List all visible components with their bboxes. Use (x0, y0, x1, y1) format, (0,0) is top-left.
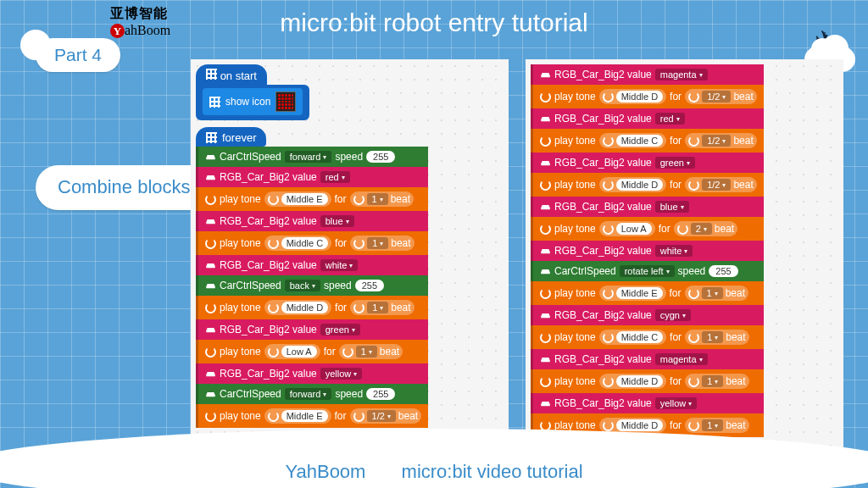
color-dropdown[interactable]: white (320, 259, 359, 271)
beat-pill[interactable]: 1 beat (685, 286, 748, 301)
beat-pill[interactable]: 1 beat (350, 191, 414, 207)
carctrl-block[interactable]: CarCtrlSpeed forward speed 255 (196, 147, 428, 167)
color-dropdown[interactable]: yellow (655, 397, 698, 409)
color-dropdown[interactable]: green (320, 324, 360, 336)
note-pill[interactable]: Middle E (264, 191, 331, 207)
direction-dropdown[interactable]: rotate left (620, 265, 675, 277)
loop-icon (603, 180, 614, 191)
playtone-block[interactable]: play tone Middle E for 1 beat (196, 187, 428, 211)
color-dropdown[interactable]: red (320, 171, 350, 183)
beat-pill[interactable]: 1/2 beat (350, 408, 422, 424)
rgb-block[interactable]: RGB_Car_Big2 value green (196, 319, 428, 340)
note-pill[interactable]: Low A (599, 221, 655, 236)
on-start-hat[interactable]: on start (196, 64, 267, 85)
loop-icon (268, 238, 279, 249)
playtone-block[interactable]: play tone Middle C for 1 beat (531, 325, 764, 349)
rgb-block[interactable]: RGB_Car_Big2 value green (531, 152, 764, 173)
carctrl-block[interactable]: CarCtrlSpeed forward speed 255 (196, 384, 428, 404)
music-icon (540, 180, 551, 191)
note-pill[interactable]: Middle D (599, 177, 666, 192)
playtone-block[interactable]: play tone Middle E for 1 beat (531, 281, 764, 305)
beat-pill[interactable]: 1/2 beat (685, 89, 757, 104)
loop-icon (677, 224, 688, 235)
speed-input[interactable]: 255 (709, 265, 737, 277)
car-icon (540, 158, 551, 169)
loop-icon (603, 332, 614, 343)
logo-en: YahBoom (110, 23, 170, 38)
playtone-block[interactable]: play tone Middle D for 1 beat (196, 296, 428, 319)
color-dropdown[interactable]: magenta (655, 69, 708, 80)
playtone-block[interactable]: play tone Low A for 2 beat (531, 217, 764, 241)
note-pill[interactable]: Middle D (599, 374, 666, 389)
speed-input[interactable]: 255 (355, 280, 384, 291)
beat-pill[interactable]: 1/2 beat (685, 177, 757, 192)
rgb-block[interactable]: RGB_Car_Big2 value red (196, 167, 428, 187)
combine-blocks-label: Combine blocks (36, 165, 213, 210)
note-pill[interactable]: Middle C (599, 133, 666, 148)
direction-dropdown[interactable]: back (285, 280, 320, 291)
show-icon-block[interactable]: show icon (203, 88, 303, 115)
speed-input[interactable]: 255 (366, 151, 395, 163)
note-pill[interactable]: Middle C (264, 236, 331, 251)
color-dropdown[interactable]: magenta (655, 353, 708, 365)
car-icon (205, 216, 216, 227)
rgb-block[interactable]: RGB_Car_Big2 value blue (531, 197, 764, 217)
color-dropdown[interactable]: green (655, 157, 695, 169)
speed-input[interactable]: 255 (366, 388, 395, 400)
direction-dropdown[interactable]: forward (285, 151, 332, 163)
logo-cn: 亚博智能 (110, 5, 170, 23)
car-icon (540, 69, 551, 80)
note-pill[interactable]: Middle D (599, 89, 666, 104)
note-pill[interactable]: Middle C (599, 330, 666, 345)
beat-pill[interactable]: 1 beat (685, 418, 748, 433)
rgb-block[interactable]: RGB_Car_Big2 value cygn (531, 305, 764, 325)
loop-icon (688, 136, 699, 147)
playtone-block[interactable]: play tone Middle D for 1/2 beat (531, 173, 764, 197)
car-icon (540, 398, 551, 409)
color-dropdown[interactable]: red (655, 113, 685, 125)
beat-pill[interactable]: 1/2 beat (685, 133, 757, 148)
beat-pill[interactable]: 1 beat (350, 236, 414, 251)
forever-hat[interactable]: forever (196, 127, 266, 147)
rgb-block[interactable]: RGB_Car_Big2 value white (196, 255, 428, 275)
music-icon (540, 136, 551, 147)
rgb-block[interactable]: RGB_Car_Big2 value yellow (196, 363, 428, 384)
color-dropdown[interactable]: yellow (320, 368, 363, 380)
playtone-block[interactable]: play tone Low A for 1 beat (196, 340, 428, 363)
color-dropdown[interactable]: cygn (655, 309, 691, 321)
playtone-block[interactable]: play tone Middle C for 1/2 beat (531, 129, 764, 152)
note-pill[interactable]: Low A (264, 344, 320, 359)
beat-pill[interactable]: 2 beat (674, 221, 737, 236)
color-dropdown[interactable]: blue (655, 201, 689, 213)
direction-dropdown[interactable]: forward (285, 388, 332, 400)
playtone-block[interactable]: play tone Middle D for 1 beat (531, 369, 764, 393)
beat-pill[interactable]: 1 beat (339, 344, 403, 359)
note-pill[interactable]: Middle E (599, 286, 666, 301)
music-icon (540, 92, 551, 103)
music-icon (540, 224, 551, 235)
color-dropdown[interactable]: blue (320, 215, 354, 227)
beat-pill[interactable]: 1 beat (350, 300, 414, 315)
beat-pill[interactable]: 1 beat (685, 330, 748, 345)
note-pill[interactable]: Middle E (264, 408, 331, 424)
rgb-block[interactable]: RGB_Car_Big2 value red (531, 108, 764, 129)
rgb-block[interactable]: RGB_Car_Big2 value blue (196, 211, 428, 231)
loop-icon (603, 92, 614, 103)
right-column: RGB_Car_Big2 value magenta play tone Mid… (526, 59, 843, 449)
rgb-block[interactable]: RGB_Car_Big2 value magenta (531, 64, 764, 85)
footer: YahBoom micro:bit video tutorial (0, 461, 868, 483)
rgb-block[interactable]: RGB_Car_Big2 value yellow (531, 393, 764, 413)
led-matrix-icon[interactable] (275, 92, 296, 112)
playtone-block[interactable]: play tone Middle E for 1/2 beat (196, 404, 428, 428)
carctrl-block[interactable]: CarCtrlSpeed back speed 255 (196, 275, 428, 296)
playtone-block[interactable]: play tone Middle C for 1 beat (196, 231, 428, 255)
color-dropdown[interactable]: white (655, 245, 693, 257)
beat-pill[interactable]: 1 beat (685, 374, 748, 389)
rgb-block[interactable]: RGB_Car_Big2 value white (531, 241, 764, 261)
playtone-block[interactable]: play tone Middle D for 1/2 beat (531, 85, 764, 108)
on-start-body: show icon (196, 85, 309, 120)
note-pill[interactable]: Middle D (264, 300, 331, 315)
car-icon (540, 246, 551, 257)
rgb-block[interactable]: RGB_Car_Big2 value magenta (531, 349, 764, 369)
carctrl-block[interactable]: CarCtrlSpeed rotate left speed 255 (531, 261, 764, 281)
